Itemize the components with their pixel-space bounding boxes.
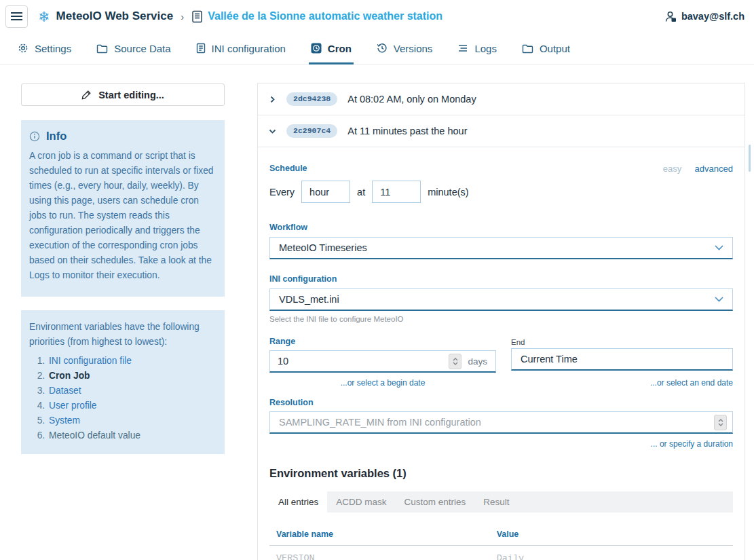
app-title: MeteoIO Web Service <box>56 10 174 23</box>
ini-config-select[interactable]: VDLS_met.ini <box>269 288 733 311</box>
user-email: bavay@slf.ch <box>681 11 744 22</box>
top-header: ❄ MeteoIO Web Service › Vallée de la Sio… <box>0 0 754 33</box>
chevron-down-icon <box>269 128 276 135</box>
main-nav: Settings Source Data INI configuration C… <box>0 33 754 64</box>
start-editing-button[interactable]: Start editing... <box>21 83 225 106</box>
clock-square-icon <box>311 43 322 54</box>
list-item[interactable]: Dataset <box>48 384 216 398</box>
workflow-label: Workflow <box>269 223 733 232</box>
folder-icon <box>522 43 533 54</box>
column-header-value: Value <box>497 529 733 539</box>
tab-settings[interactable]: Settings <box>18 33 71 64</box>
user-account[interactable]: bavay@slf.ch <box>665 11 744 22</box>
pencil-icon <box>81 90 92 100</box>
list-lines-icon <box>457 43 468 53</box>
file-icon <box>196 43 206 54</box>
tab-cron[interactable]: Cron <box>311 33 352 64</box>
env-tab-custom-entries[interactable]: Custom entries <box>396 491 475 512</box>
range-unit-label: days <box>468 356 487 367</box>
chevron-up-icon <box>718 419 723 422</box>
list-item: MeteoIO default value <box>48 428 216 443</box>
tab-output[interactable]: Output <box>522 33 570 64</box>
every-label: Every <box>269 187 295 198</box>
schedule-label: Schedule <box>269 164 307 173</box>
ini-config-help: Select the INI file to configure MeteoIO <box>269 315 733 323</box>
every-unit-input[interactable] <box>301 181 350 203</box>
schedule-mode-advanced[interactable]: advanced <box>695 164 733 174</box>
env-tab-acdd-mask[interactable]: ACDD mask <box>327 491 395 512</box>
cron-job-form: Schedule easy advanced Every at minute(s… <box>258 147 744 560</box>
chevron-down-icon <box>715 245 723 250</box>
ini-config-label: INI configuration <box>269 274 733 284</box>
workflow-select[interactable]: MeteoIO Timeseries <box>269 237 733 259</box>
info-title: Info <box>46 130 67 143</box>
list-item[interactable]: User profile <box>48 398 216 413</box>
chevron-down-icon <box>715 297 723 302</box>
variable-name-cell: VERSION <box>269 553 497 560</box>
cron-job-id-badge: 2c2907c4 <box>286 124 337 138</box>
tab-ini-configuration[interactable]: INI configuration <box>196 33 286 64</box>
snowflake-logo-icon: ❄ <box>38 10 50 24</box>
range-label: Range <box>269 337 496 346</box>
env-tab-all-entries[interactable]: All entries <box>269 491 327 512</box>
document-icon <box>191 10 203 23</box>
select-begin-date-link[interactable]: ...or select a begin date <box>269 378 496 388</box>
history-icon <box>377 43 388 54</box>
chevron-up-icon <box>453 358 458 361</box>
info-box: Info A cron job is a command or script t… <box>21 120 225 297</box>
list-item[interactable]: System <box>48 413 216 428</box>
tab-source-data[interactable]: Source Data <box>96 33 170 64</box>
hamburger-menu-button[interactable] <box>5 5 28 28</box>
specify-duration-link[interactable]: ... or specify a duration <box>269 439 733 449</box>
at-label: at <box>357 187 365 198</box>
cron-job-summary: At 08:02 AM, only on Monday <box>347 94 476 105</box>
resolution-input[interactable] <box>270 417 714 428</box>
range-days-input[interactable] <box>270 356 449 367</box>
list-item[interactable]: INI configuration file <box>48 354 216 369</box>
folder-icon <box>96 43 108 54</box>
tab-logs[interactable]: Logs <box>457 33 497 64</box>
env-variables-table: Variable name Value VERSION Daily <box>269 529 733 560</box>
env-tab-result[interactable]: Result <box>474 491 518 512</box>
schedule-mode-easy[interactable]: easy <box>663 164 681 174</box>
cron-job-summary: At 11 minutes past the hour <box>347 126 467 136</box>
info-body: A cron job is a command or script that i… <box>29 149 216 283</box>
priorities-list: INI configuration file Cron Job Dataset … <box>29 354 216 443</box>
gear-icon <box>18 43 29 54</box>
stepper-control[interactable] <box>714 415 727 430</box>
cron-job-id-badge: 2dc94238 <box>286 92 337 106</box>
chevron-right-icon <box>269 96 276 103</box>
user-icon <box>665 11 677 22</box>
end-label: End <box>511 337 733 348</box>
cron-jobs-panel: 2dc94238 At 08:02 AM, only on Monday 2c2… <box>257 83 745 560</box>
tab-versions[interactable]: Versions <box>377 33 433 64</box>
scrollbar-thumb[interactable] <box>749 145 751 172</box>
resolution-label: Resolution <box>269 398 733 407</box>
list-item: Cron Job <box>48 369 216 384</box>
env-tabs: All entries ACDD mask Custom entries Res… <box>269 491 733 512</box>
variable-value-cell: Daily <box>497 553 733 560</box>
priorities-box: Environment variables have the following… <box>21 310 225 454</box>
cron-job-header-expanded[interactable]: 2c2907c4 At 11 minutes past the hour <box>258 115 744 147</box>
breadcrumb-station-link[interactable]: Vallée de la Sionne automatic weather st… <box>208 10 442 22</box>
column-header-variable-name: Variable name <box>269 529 497 539</box>
stepper-control[interactable] <box>449 354 461 369</box>
minute-input[interactable] <box>372 181 421 203</box>
end-time-input[interactable] <box>512 354 732 365</box>
chevron-down-icon <box>453 362 458 365</box>
select-end-date-link[interactable]: ...or select an end date <box>496 378 733 388</box>
priorities-intro: Environment variables have the following… <box>29 320 216 350</box>
chevron-down-icon <box>718 423 723 426</box>
minutes-label: minute(s) <box>428 187 468 198</box>
table-row[interactable]: VERSION Daily <box>269 546 733 560</box>
cron-job-header-collapsed[interactable]: 2dc94238 At 08:02 AM, only on Monday <box>258 83 744 115</box>
env-variables-heading: Environment variables (1) <box>269 467 733 480</box>
info-icon <box>29 131 40 142</box>
breadcrumb-separator: › <box>181 11 184 22</box>
sidebar: Start editing... Info A cron job is a co… <box>21 83 225 454</box>
